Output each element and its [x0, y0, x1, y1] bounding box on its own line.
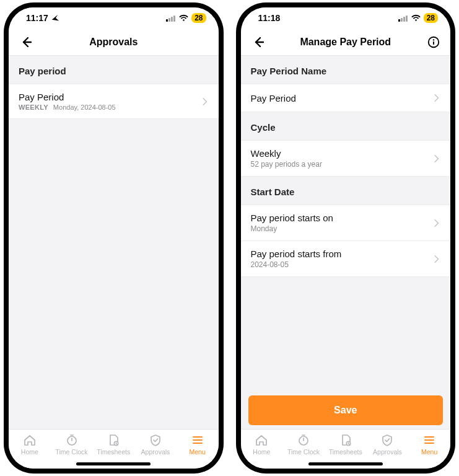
tab-label: Approvals: [141, 448, 170, 456]
battery-level: 28: [191, 13, 206, 23]
info-button[interactable]: [424, 33, 443, 51]
home-icon: [22, 433, 37, 447]
row-secondary: Monday: [251, 224, 432, 233]
chevron-right-icon: [432, 92, 440, 104]
row-secondary: 2024-08-05: [251, 260, 432, 269]
menu-icon: [190, 433, 205, 447]
shield-check-icon: [148, 433, 163, 447]
starts-on-row[interactable]: Pay period starts on Monday: [241, 205, 451, 241]
tab-label: Timesheets: [97, 448, 130, 456]
phone-approvals: 11:17 28 Approvals Pay period Pay Period: [4, 2, 224, 474]
pay-period-title: Pay Period: [19, 92, 200, 102]
timesheet-icon: [338, 433, 353, 447]
wifi-icon: [411, 14, 421, 22]
tab-label: Home: [21, 448, 38, 456]
tab-label: Approvals: [373, 448, 402, 456]
tab-label: Menu: [421, 448, 437, 456]
tab-label: Time Clock: [287, 448, 320, 456]
tab-timesheets[interactable]: Timesheets: [92, 433, 134, 456]
menu-icon: [422, 433, 437, 447]
tab-time-clock[interactable]: Time Clock: [282, 433, 325, 456]
chevron-right-icon: [432, 253, 440, 265]
tab-approvals[interactable]: Approvals: [134, 433, 177, 456]
battery-level: 28: [424, 13, 438, 23]
location-icon: [51, 14, 59, 22]
chevron-right-icon: [432, 217, 440, 229]
timesheet-icon: [106, 433, 121, 447]
tab-home[interactable]: Home: [9, 433, 51, 456]
tab-menu[interactable]: Menu: [408, 433, 450, 456]
section-title-pay-period: Pay period: [9, 56, 219, 84]
section-title-name: Pay Period Name: [241, 56, 451, 84]
pay-period-frequency: WEEKLY: [19, 104, 48, 111]
tab-home[interactable]: Home: [241, 433, 283, 456]
phone-manage-pay-period: 11:18 28 Manage Pay Period Pay Period Na…: [236, 2, 456, 474]
tab-label: Menu: [190, 448, 206, 456]
status-time: 11:18: [258, 13, 281, 23]
section-title-start-date: Start Date: [241, 177, 451, 205]
stopwatch-icon: [296, 433, 311, 447]
home-icon: [254, 433, 269, 447]
pay-period-row[interactable]: Pay Period WEEKLY Monday, 2024-08-05: [9, 84, 219, 119]
row-primary: Pay Period: [251, 93, 432, 104]
row-primary: Weekly: [251, 148, 432, 159]
tab-label: Time Clock: [55, 448, 87, 456]
page-title: Approvals: [9, 37, 219, 48]
chevron-right-icon: [432, 152, 440, 165]
status-bar: 11:17 28: [9, 7, 219, 29]
page-header: Approvals: [9, 29, 219, 56]
pay-period-name-row[interactable]: Pay Period: [241, 84, 451, 112]
row-primary: Pay period starts from: [251, 249, 432, 259]
page-title: Manage Pay Period: [241, 37, 451, 48]
stopwatch-icon: [64, 433, 79, 447]
wifi-icon: [179, 14, 188, 22]
tab-label: Timesheets: [329, 448, 362, 456]
row-primary: Pay period starts on: [251, 213, 432, 223]
tab-menu[interactable]: Menu: [177, 433, 219, 456]
pay-period-date: Monday, 2024-08-05: [53, 104, 116, 111]
chevron-right-icon: [200, 95, 209, 108]
status-time: 11:17: [26, 13, 48, 23]
tab-label: Home: [253, 448, 270, 456]
row-secondary: 52 pay periods a year: [251, 160, 432, 169]
status-bar: 11:18 28: [241, 7, 451, 29]
page-header: Manage Pay Period: [241, 29, 451, 56]
shield-check-icon: [380, 433, 395, 447]
save-button[interactable]: Save: [248, 395, 444, 425]
home-indicator: [308, 462, 383, 465]
home-indicator: [76, 462, 151, 465]
tab-time-clock[interactable]: Time Clock: [51, 433, 93, 456]
cell-signal-icon: [166, 14, 176, 22]
section-title-cycle: Cycle: [241, 112, 451, 140]
cell-signal-icon: [398, 14, 408, 22]
tab-approvals[interactable]: Approvals: [367, 433, 409, 456]
starts-from-row[interactable]: Pay period starts from 2024-08-05: [241, 241, 451, 277]
tab-timesheets[interactable]: Timesheets: [325, 433, 367, 456]
cycle-row[interactable]: Weekly 52 pay periods a year: [241, 140, 451, 177]
